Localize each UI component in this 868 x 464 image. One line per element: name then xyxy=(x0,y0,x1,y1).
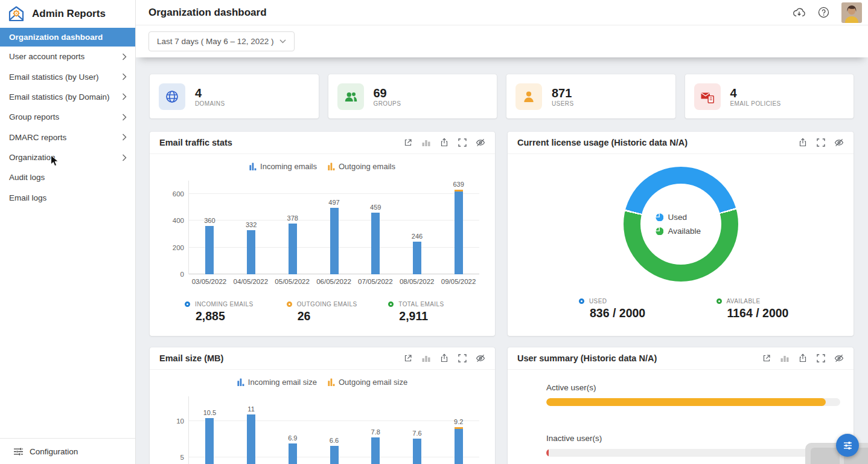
email-size-card: Email size (MB) Incoming email sizeOutgo… xyxy=(150,347,495,464)
summary-stat-outgoing-emails: OUTGOING EMAILS26 xyxy=(287,301,389,323)
stat-label: DOMAINS xyxy=(195,100,225,107)
summary-stat-value: 2,911 xyxy=(399,309,490,323)
chevron-right-icon xyxy=(122,53,127,60)
chart-type-icon[interactable] xyxy=(421,138,431,147)
sidebar-item-organization-dashboard[interactable]: Organization dashboard xyxy=(0,28,135,47)
bar-value-label: 6.9 xyxy=(288,434,297,442)
date-range-dropdown[interactable]: Last 7 days ( May 6 – 12, 2022 ) xyxy=(148,31,295,51)
sidebar-item-configuration[interactable]: Configuration xyxy=(0,438,135,464)
stat-label: USERS xyxy=(552,100,573,107)
y-tick-label: 10 xyxy=(161,417,184,425)
x-tick-label: 07/05/2022 xyxy=(354,278,396,285)
chart-summary: INCOMING EMAILS2,885OUTGOING EMAILS26TOT… xyxy=(150,285,495,323)
y-tick-label: 0 xyxy=(161,271,184,278)
page-title: Organization dashboard xyxy=(148,7,793,19)
hide-icon[interactable] xyxy=(834,353,844,363)
donut-legend: UsedAvailable xyxy=(624,167,738,282)
card-title: User summary (Historic data N/A) xyxy=(517,353,657,363)
chevron-right-icon xyxy=(122,73,127,80)
open-in-new-icon[interactable] xyxy=(403,353,413,363)
progress-row-active-user-s: Active user(s) xyxy=(546,383,840,406)
chart-summary: USED836 / 2000AVAILABLE1164 / 2000 xyxy=(508,282,854,320)
export-icon[interactable] xyxy=(798,138,808,147)
x-axis-labels: 03/05/202204/05/202205/05/202206/05/2022… xyxy=(188,278,479,285)
hide-icon[interactable] xyxy=(476,353,485,363)
bar xyxy=(371,213,380,274)
y-tick-label: 400 xyxy=(161,217,184,224)
pie-icon xyxy=(656,227,663,235)
ring-icon xyxy=(287,301,292,307)
fullscreen-icon[interactable] xyxy=(458,353,467,363)
app-title: Admin Reports xyxy=(32,8,106,20)
bar xyxy=(247,230,255,275)
chevron-right-icon xyxy=(122,154,127,161)
bar xyxy=(247,414,255,464)
sidebar-item-organization[interactable]: Organization xyxy=(0,147,135,167)
fullscreen-icon[interactable] xyxy=(816,138,826,147)
sidebar-item-group-reports[interactable]: Group reports xyxy=(0,107,135,127)
bar-value-label: 10.5 xyxy=(203,409,216,416)
bar-slot: 7.6 xyxy=(397,396,438,464)
bar xyxy=(413,439,421,464)
sidebar-item-email-statistics-by-domain[interactable]: Email statistics (by Domain) xyxy=(0,87,135,107)
bar-slot: 246 xyxy=(397,181,438,274)
email-traffic-card: Email traffic stats Incoming emailsOutgo… xyxy=(150,132,495,336)
cloud-download-icon[interactable] xyxy=(793,7,806,19)
bar-value-label: 7.6 xyxy=(412,430,421,437)
bar-slot: 6.6 xyxy=(313,396,355,464)
bar xyxy=(205,226,214,274)
bar-slot: 9.2 xyxy=(438,396,479,464)
x-tick-label: 06/05/2022 xyxy=(313,278,355,285)
bar-value-label: 497 xyxy=(328,199,339,206)
y-tick-label: 600 xyxy=(161,190,184,198)
stat-value: 871 xyxy=(552,86,573,100)
export-icon[interactable] xyxy=(439,353,449,363)
bar-value-label: 332 xyxy=(246,221,257,228)
bar-value-label: 7.8 xyxy=(371,428,380,436)
donut-legend-label: Available xyxy=(668,227,701,236)
ring-icon xyxy=(716,298,722,304)
summary-stat-label: INCOMING EMAILS xyxy=(195,301,254,308)
bar-slot: 332 xyxy=(231,181,272,274)
bar-value-label: 459 xyxy=(370,204,381,211)
hide-icon[interactable] xyxy=(834,138,844,147)
open-in-new-icon[interactable] xyxy=(762,353,771,363)
sidebar-item-user-account-reports[interactable]: User account reports xyxy=(0,47,135,66)
chart-type-icon[interactable] xyxy=(780,353,790,363)
bar xyxy=(455,429,463,464)
bar-slot: 378 xyxy=(272,181,313,274)
hide-icon[interactable] xyxy=(476,138,485,147)
export-icon[interactable] xyxy=(439,138,449,147)
sidebar-item-label: Group reports xyxy=(9,112,59,121)
user-avatar[interactable] xyxy=(841,2,862,23)
stat-card-domains: 4DOMAINS xyxy=(150,74,319,118)
bar-slot: 639 xyxy=(438,181,479,274)
fullscreen-icon[interactable] xyxy=(458,138,467,147)
filter-fab-button[interactable] xyxy=(836,434,859,457)
app-logo-icon xyxy=(7,5,25,22)
bar-value-label: 246 xyxy=(412,233,423,240)
chart-legend: Incoming emailsOutgoing emails xyxy=(150,154,495,171)
sidebar-nav: User account reportsEmail statistics (by… xyxy=(0,47,135,208)
bar-value-label: 9.2 xyxy=(454,418,463,425)
sidebar-item-audit-logs[interactable]: Audit logs xyxy=(0,167,135,187)
chart-type-icon[interactable] xyxy=(421,353,431,363)
bar-chart: 51010.5116.96.67.87.69.2 xyxy=(188,396,479,464)
sliders-icon xyxy=(13,447,24,456)
help-icon[interactable] xyxy=(818,7,829,19)
card-title: Email size (MB) xyxy=(159,353,223,363)
sidebar-item-dmarc-reports[interactable]: DMARC reports xyxy=(0,127,135,147)
progress-label: Inactive user(s) xyxy=(546,434,840,443)
sidebar-item-email-statistics-by-user[interactable]: Email statistics (by User) xyxy=(0,66,135,86)
sidebar: Admin Reports Organization dashboard Use… xyxy=(0,0,136,464)
bar xyxy=(289,224,297,274)
bar xyxy=(455,192,463,274)
sidebar-item-email-logs[interactable]: Email logs xyxy=(0,188,135,208)
summary-stat-header: USED xyxy=(579,298,716,304)
open-in-new-icon[interactable] xyxy=(403,138,413,147)
bar-slot: 7.8 xyxy=(355,396,397,464)
export-icon[interactable] xyxy=(798,353,808,363)
bar-slot: 6.9 xyxy=(272,396,313,464)
fullscreen-icon[interactable] xyxy=(816,353,826,363)
bar xyxy=(289,443,297,464)
